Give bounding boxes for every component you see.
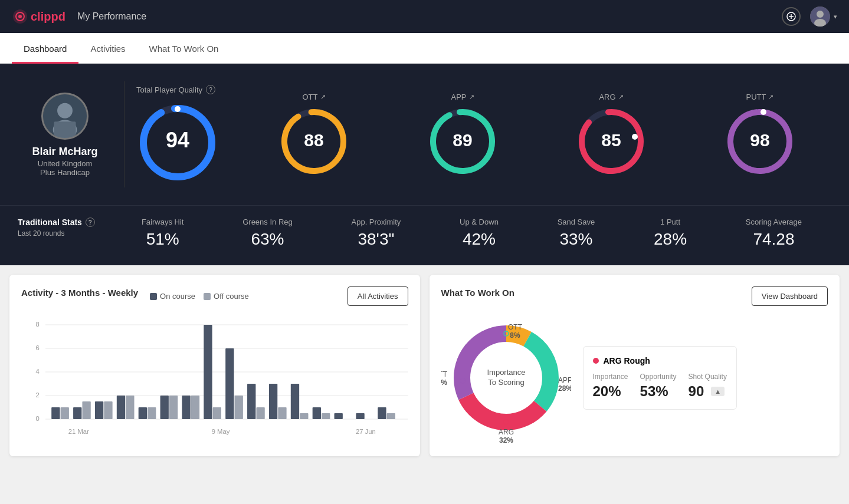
stat-greens-in-reg: Greens In Reg 63% — [242, 218, 293, 249]
top-nav: clippd My Performance ▾ — [0, 0, 849, 33]
stat-value: 28% — [654, 230, 687, 249]
stat-name: Greens In Reg — [242, 218, 293, 226]
svg-rect-50 — [139, 407, 147, 419]
svg-text:6: 6 — [35, 344, 39, 351]
arg-title-text: ARG Rough — [604, 356, 650, 365]
svg-rect-69 — [356, 413, 364, 419]
stat-value: 74.28 — [753, 230, 794, 249]
add-button[interactable] — [782, 7, 801, 26]
svg-text:21 Mar: 21 Mar — [68, 428, 89, 435]
info-icon[interactable]: ? — [206, 85, 215, 94]
stat-value: 51% — [146, 230, 179, 249]
svg-text:8%: 8% — [510, 331, 520, 340]
ott-label: OTT ↗ — [303, 93, 326, 101]
all-activities-button[interactable]: All Activities — [348, 286, 408, 306]
activity-card: Activity - 3 Months - Weekly On course O… — [9, 275, 420, 456]
work-on-card-header: What To Work On View Dashboard — [441, 286, 828, 306]
work-on-card: What To Work On View Dashboard — [430, 275, 840, 456]
ott-ring: 88 — [278, 106, 349, 177]
svg-text:Importance: Importance — [487, 368, 525, 377]
stat-app-proximity: App. Proximity 38'3" — [352, 218, 401, 249]
svg-rect-47 — [104, 401, 112, 419]
putt-label: PUTT ↗ — [746, 93, 774, 101]
svg-rect-49 — [126, 396, 134, 419]
svg-rect-44 — [73, 407, 81, 419]
svg-rect-55 — [191, 396, 199, 419]
stats-label-col: Traditional Stats ? Last 20 rounds — [18, 218, 112, 238]
svg-rect-64 — [291, 384, 299, 419]
arg-metrics: Importance 20% Opportunity 53% Shot Qual… — [593, 373, 727, 400]
svg-point-26 — [632, 134, 638, 140]
putt-ring: 98 — [725, 106, 795, 177]
tab-dashboard[interactable]: Dashboard — [12, 33, 78, 64]
stat-name: Fairways Hit — [142, 218, 184, 226]
svg-rect-70 — [378, 407, 386, 419]
svg-rect-51 — [147, 407, 156, 419]
ott-trend-icon: ↗ — [320, 93, 326, 101]
stats-label: Traditional Stats ? — [18, 218, 112, 227]
arg-dot — [593, 358, 599, 364]
arg-opportunity: Opportunity 53% — [640, 373, 677, 400]
svg-text:ARG: ARG — [498, 428, 513, 436]
svg-rect-71 — [387, 413, 395, 419]
avatar — [810, 6, 830, 27]
hero-section: Blair McHarg United Kingdom Plus Handica… — [0, 64, 849, 205]
arg-card-title: ARG Rough — [593, 356, 727, 365]
stat-name: App. Proximity — [352, 218, 401, 226]
ring-arg: ARG ↗ 85 — [540, 93, 683, 177]
player-name: Blair McHarg — [32, 146, 97, 158]
svg-rect-61 — [256, 407, 264, 419]
bar-chart: 0 2 4 6 8 — [21, 313, 408, 443]
svg-rect-42 — [51, 407, 60, 419]
nav-left: clippd My Performance — [12, 8, 146, 25]
nav-right: ▾ — [782, 6, 837, 27]
donut-chart-wrap: Importance To Scoring OTT 8% APP 28% ARG… — [441, 313, 571, 443]
chevron-down-icon: ▾ — [834, 13, 837, 21]
svg-rect-56 — [204, 325, 212, 419]
svg-point-7 — [817, 11, 824, 18]
stat-value: 42% — [463, 230, 496, 249]
svg-rect-59 — [235, 396, 243, 419]
hero-divider — [124, 81, 124, 187]
svg-text:85: 85 — [601, 130, 621, 150]
app-trend-icon: ↗ — [469, 93, 474, 101]
tab-activities[interactable]: Activities — [78, 33, 137, 64]
svg-text:32%: 32% — [499, 436, 513, 443]
svg-rect-67 — [322, 413, 330, 419]
svg-rect-68 — [335, 413, 343, 419]
donut-area: Importance To Scoring OTT 8% APP 28% ARG… — [441, 313, 828, 443]
player-avatar — [41, 93, 88, 140]
bottom-section: Activity - 3 Months - Weekly On course O… — [0, 265, 849, 466]
stats-label-text: Traditional Stats — [18, 218, 82, 227]
logo-text: clippd — [31, 10, 65, 24]
svg-text:98: 98 — [750, 130, 769, 150]
tq-label-text: Total Player Quality — [136, 85, 202, 94]
arg-ring: 85 — [576, 106, 647, 177]
shot-quality-row: 90 ▲ — [689, 383, 727, 400]
arg-importance: Importance 20% — [593, 373, 628, 400]
legend-on-course: On course — [150, 292, 195, 301]
svg-text:27 Jun: 27 Jun — [356, 428, 376, 435]
svg-point-11 — [57, 103, 73, 118]
svg-text:OTT: OTT — [508, 323, 523, 331]
on-course-label: On course — [160, 292, 195, 301]
svg-text:28%: 28% — [558, 384, 571, 393]
view-dashboard-button[interactable]: View Dashboard — [752, 286, 828, 306]
app-ring: 89 — [427, 106, 498, 177]
stats-sublabel: Last 20 rounds — [18, 229, 112, 238]
tab-what-to-work-on[interactable]: What To Work On — [137, 33, 231, 64]
arg-shot-quality: Shot Quality 90 ▲ — [689, 373, 727, 400]
svg-rect-45 — [82, 401, 90, 419]
svg-rect-63 — [278, 407, 286, 419]
tabs-bar: Dashboard Activities What To Work On — [0, 33, 849, 64]
stats-info-icon[interactable]: ? — [86, 218, 95, 227]
legend-off-course: Off course — [204, 292, 249, 301]
user-avatar-nav[interactable]: ▾ — [810, 6, 837, 27]
svg-rect-54 — [182, 396, 190, 419]
activity-card-header: Activity - 3 Months - Weekly On course O… — [21, 286, 408, 306]
activity-header-left: Activity - 3 Months - Weekly On course O… — [21, 288, 249, 305]
importance-label: Importance — [593, 373, 628, 381]
stat-value: 63% — [251, 230, 284, 249]
tq-label: Total Player Quality ? — [136, 85, 242, 94]
stat-name: Sand Save — [558, 218, 595, 226]
